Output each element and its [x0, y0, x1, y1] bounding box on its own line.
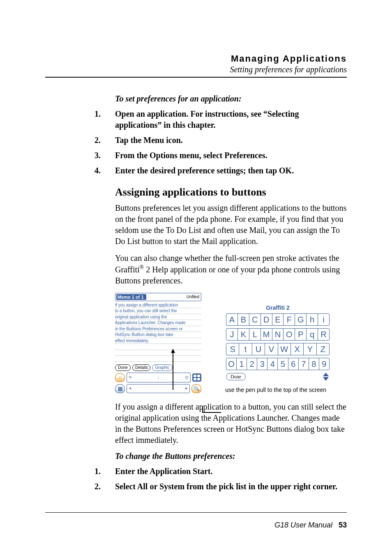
graffiti-row: J K L M N O P q R [226, 328, 330, 341]
body-para-1: Buttons preferences let you assign diffe… [115, 203, 347, 247]
memo-button-row: Done Details Graphic [115, 364, 201, 371]
step-item: 2.Tap the Menu icon. [95, 135, 347, 146]
step-item: 1.Open an application. For instructions,… [95, 108, 347, 131]
step-item: 3.From the Options menu, select Preferen… [95, 150, 347, 161]
body-para-3: If you assign a different application to… [115, 401, 347, 446]
graffiti-key[interactable]: S [226, 343, 239, 355]
graffiti-key[interactable]: Y [304, 343, 316, 355]
graphic-button[interactable]: Graphic [152, 364, 172, 371]
memo-body[interactable]: if you assign a different application to… [115, 302, 201, 362]
graffiti-key[interactable]: 1 [237, 358, 247, 370]
section-heading-assigning: Assigning applications to buttons [115, 186, 347, 198]
memo-line [115, 356, 201, 362]
graffiti2-title: Graffiti 2 [226, 304, 330, 311]
graffiti-row: A B C D E F G h i [226, 313, 330, 326]
graffiti-key[interactable]: i [318, 314, 329, 325]
footer-page-number: 53 [339, 521, 347, 529]
home-icon[interactable]: ⌂ [115, 373, 125, 382]
sparkle-indicator: ✦ [184, 386, 188, 391]
graffiti-row: S t U V W X Y Z [226, 343, 330, 355]
graffiti2-panel: Graffiti 2 A B C D E F G h i J K [226, 304, 330, 381]
graffiti-key[interactable]: G [295, 314, 307, 325]
memo-title-text: Memo 1 of 1 [116, 294, 146, 300]
apps-icon[interactable] [192, 373, 201, 382]
scroll-arrows[interactable] [322, 373, 330, 381]
done-button[interactable]: Done [115, 364, 131, 371]
secondary-input-area[interactable]: ✶ ✦ [127, 384, 190, 393]
details-button[interactable]: Details [132, 364, 151, 371]
graffiti-key[interactable]: N [272, 329, 284, 340]
memo-titlebar: Memo 1 of 1 Unfiled [115, 293, 201, 301]
abc-indicator: ✎ [129, 375, 132, 380]
graffiti-key[interactable]: 3 [257, 358, 267, 370]
memo-category[interactable]: Unfiled [187, 295, 200, 299]
graffiti-key[interactable]: 7 [299, 358, 309, 370]
content-area: To set preferences for an application: 1… [115, 94, 347, 492]
graffiti-key[interactable]: L [249, 329, 261, 340]
memo-line: to a button, you can still select the [115, 308, 201, 314]
clock-indicator: ◷ [185, 375, 189, 380]
graffiti-key[interactable]: E [272, 314, 284, 325]
footer-rule [45, 512, 347, 513]
memo-line: effect immediately. [115, 338, 201, 344]
memo-line: HotSync Buttion dialog box take [115, 332, 201, 338]
memo-screenshot: Memo 1 of 1 Unfiled if you assign a diff… [115, 293, 201, 393]
memo-line: if you assign a different application [115, 302, 201, 309]
header-subtitle: Setting preferences for applications [45, 65, 347, 74]
graffiti-key[interactable]: O [284, 329, 295, 340]
step-item: 2.Select All or System from the pick lis… [95, 481, 347, 492]
lead-set-prefs: To set preferences for an application: [115, 94, 347, 104]
graffiti-key[interactable]: R [318, 329, 329, 340]
sysbar-2: ▤ ✶ ✦ 🔍 [115, 384, 201, 393]
menu-icon[interactable]: ▤ [115, 384, 125, 393]
graffiti-key[interactable]: P [295, 329, 307, 340]
graffiti-key[interactable]: W [278, 343, 291, 355]
step-item: 1.Enter the Application Start. [95, 466, 347, 477]
star-indicator: ✶ [129, 386, 132, 391]
arrow-indicator: ↓ [157, 375, 159, 380]
graffiti-key[interactable]: K [238, 329, 249, 340]
graffiti-key[interactable]: U [252, 343, 265, 355]
graffiti-key[interactable]: M [261, 329, 272, 340]
find-icon[interactable]: 🔍 [191, 384, 201, 393]
graffiti-key[interactable]: h [307, 314, 318, 325]
scroll-down-icon [323, 377, 329, 381]
graffiti-key[interactable]: A [226, 314, 238, 325]
graffiti-row: O 1 2 3 4 5 6 7 8 9 [226, 358, 330, 370]
graffiti-key[interactable]: 4 [267, 358, 278, 370]
figure-caption: use the pen pull to the top of the scree… [225, 387, 330, 393]
graffiti-key[interactable]: V [265, 343, 278, 355]
graffiti-key[interactable]: 6 [288, 358, 299, 370]
graffiti-key[interactable]: F [284, 314, 295, 325]
page: Managing Applications Setting preference… [0, 0, 392, 555]
lead-change-buttons: To change the Buttons preferences: [115, 451, 347, 461]
page-header: Managing Applications Setting preference… [45, 53, 347, 74]
graffiti-bottom-row: Done [226, 373, 330, 381]
graffiti-key[interactable]: 2 [247, 358, 257, 370]
graffiti-column: Graffiti 2 A B C D E F G h i J K [226, 293, 330, 393]
steps-change-buttons: 1.Enter the Application Start. 2.Select … [95, 466, 347, 492]
figure-area: Memo 1 of 1 Unfiled if you assign a diff… [115, 293, 347, 393]
graffiti-key[interactable]: 5 [278, 358, 288, 370]
graffiti-input-area[interactable]: ✎ ↓ ◷ [127, 373, 191, 382]
graffiti-done-button[interactable]: Done [226, 373, 246, 380]
graffiti-key[interactable]: O [226, 358, 237, 370]
graffiti-key[interactable]: q [307, 329, 318, 340]
graffiti-key[interactable]: B [238, 314, 249, 325]
graffiti-key[interactable]: J [226, 329, 238, 340]
arrow-right-indicator [202, 412, 221, 413]
sysbar-1: ⌂ ✎ ↓ ◷ [115, 373, 201, 382]
memo-line: Applications Launcher. Changes made [115, 320, 201, 326]
graffiti-key[interactable]: 9 [319, 358, 329, 370]
graffiti-key[interactable]: Z [317, 343, 329, 355]
graffiti-key[interactable]: X [291, 343, 304, 355]
page-footer: G18 User Manual 53 [274, 521, 347, 530]
header-rule [45, 77, 347, 78]
memo-line [115, 350, 201, 356]
graffiti-key[interactable]: t [239, 343, 252, 355]
steps-set-prefs: 1.Open an application. For instructions,… [95, 108, 347, 176]
memo-line [115, 344, 201, 350]
graffiti-key[interactable]: 8 [309, 358, 319, 370]
graffiti-key[interactable]: D [261, 314, 272, 325]
graffiti-key[interactable]: C [249, 314, 261, 325]
